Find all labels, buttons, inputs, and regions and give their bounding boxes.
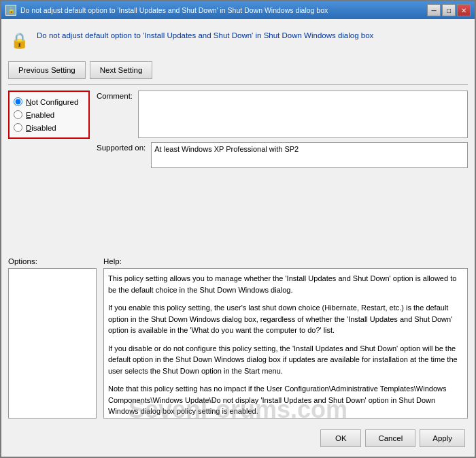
close-button[interactable]: ✕ [457, 4, 471, 16]
title-bar: 🔒 Do not adjust default option to 'Insta… [1, 1, 475, 19]
help-para-3: If you disable or do not configure this … [108, 343, 463, 377]
comment-section: Comment: [97, 91, 468, 138]
radio-not-configured-label: Not Configured [26, 98, 78, 106]
nav-buttons: Previous Setting Next Setting [8, 61, 468, 79]
options-panel: Options: [8, 257, 97, 419]
next-setting-button[interactable]: Next Setting [90, 61, 153, 79]
help-para-1: This policy setting allows you to manage… [108, 273, 463, 295]
bottom-section: Options: Help: This policy setting allow… [8, 257, 468, 419]
minimize-button[interactable]: ─ [427, 4, 441, 16]
apply-button[interactable]: Apply [420, 429, 465, 447]
header-title: Do not adjust default option to 'Install… [37, 30, 373, 41]
options-box [8, 268, 97, 419]
left-panel: Not Configured Enabled Disabled [8, 91, 97, 252]
main-area: Not Configured Enabled Disabled [8, 91, 468, 252]
header-icon: 🔒 [8, 30, 30, 52]
title-bar-icon: 🔒 [5, 5, 16, 16]
right-panel: Comment: Supported on: At least Windows … [97, 91, 468, 252]
radio-enabled-label: Enabled [26, 111, 54, 119]
radio-disabled-label: Disabled [26, 124, 56, 132]
ok-button[interactable]: OK [320, 429, 361, 447]
options-title: Options: [8, 257, 97, 265]
radio-disabled-input[interactable] [14, 123, 22, 132]
comment-label: Comment: [97, 91, 133, 100]
footer: OK Cancel Apply [8, 424, 468, 450]
radio-not-configured[interactable]: Not Configured [14, 97, 84, 106]
help-para-2: If you enable this policy setting, the u… [108, 302, 463, 336]
cancel-button[interactable]: Cancel [365, 429, 415, 447]
title-bar-text: Do not adjust default option to 'Install… [20, 6, 328, 14]
radio-group: Not Configured Enabled Disabled [8, 91, 90, 139]
help-para-4: Note that this policy setting has no imp… [108, 383, 463, 417]
radio-disabled[interactable]: Disabled [14, 123, 84, 132]
maximize-button[interactable]: □ [442, 4, 456, 16]
radio-not-configured-input[interactable] [14, 97, 22, 106]
divider [8, 84, 468, 85]
help-title: Help: [103, 257, 468, 265]
supported-label: Supported on: [97, 142, 146, 152]
help-box: This policy setting allows you to manage… [103, 268, 468, 419]
previous-setting-button[interactable]: Previous Setting [8, 61, 86, 79]
title-bar-controls: ─ □ ✕ [427, 4, 471, 16]
help-panel: Help: This policy setting allows you to … [103, 257, 468, 419]
comment-input[interactable] [138, 91, 468, 138]
supported-section: Supported on: At least Windows XP Profes… [97, 142, 468, 168]
radio-enabled-input[interactable] [14, 110, 22, 119]
radio-enabled[interactable]: Enabled [14, 110, 84, 119]
supported-value: At least Windows XP Professional with SP… [151, 142, 468, 168]
header-section: 🔒 Do not adjust default option to 'Insta… [8, 26, 468, 56]
